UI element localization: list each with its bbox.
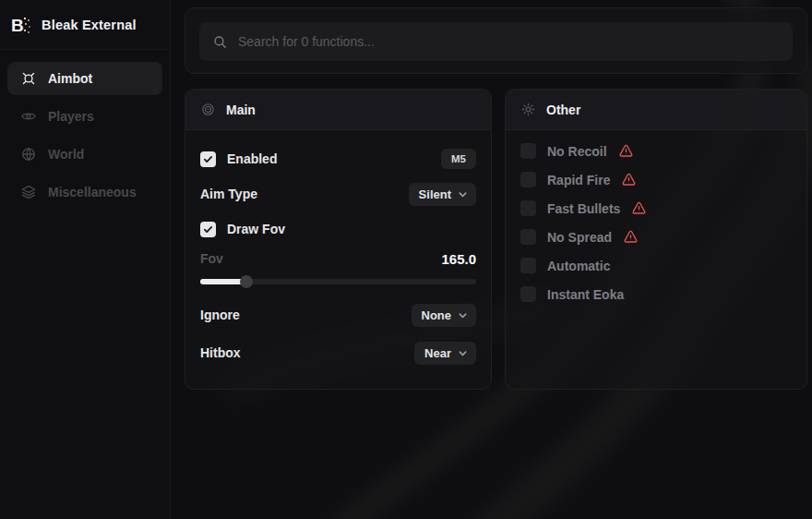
enabled-row: Enabled M5 xyxy=(200,147,476,171)
draw-fov-label: Draw Fov xyxy=(227,222,285,236)
sidebar-nav: Aimbot Players World xyxy=(0,50,170,209)
feature-label: Instant Eoka xyxy=(547,287,624,302)
gear-icon xyxy=(520,102,536,117)
chevron-down-icon xyxy=(458,310,468,320)
ignore-value: None xyxy=(422,308,452,322)
hitbox-label: Hitbox xyxy=(200,345,241,360)
sidebar-item-miscellaneous[interactable]: Miscellaneous xyxy=(7,175,162,209)
enabled-checkbox[interactable] xyxy=(200,151,216,167)
warning-icon xyxy=(623,229,639,245)
aim-type-label: Aim Type xyxy=(200,187,257,201)
feature-checkbox[interactable] xyxy=(520,172,536,187)
hitbox-row: Hitbox Near xyxy=(200,341,476,365)
panel-other: Other No Recoil Rapid Fire Fast Bullets xyxy=(505,89,807,390)
fov-slider-thumb[interactable] xyxy=(240,275,253,288)
layers-icon xyxy=(20,184,37,200)
panel-title: Main xyxy=(226,103,256,117)
target-icon xyxy=(200,102,216,117)
crosshair-icon xyxy=(20,70,37,87)
panel-title: Other xyxy=(546,103,580,117)
sidebar-item-label: Players xyxy=(48,109,94,124)
app-logo-icon: B xyxy=(9,14,33,36)
chevron-down-icon xyxy=(458,189,468,199)
enabled-label: Enabled xyxy=(227,151,277,166)
chevron-down-icon xyxy=(458,348,468,358)
eye-icon xyxy=(20,108,37,125)
logo-row: B Bleak External xyxy=(0,0,170,50)
other-feature-row: No Spread xyxy=(520,229,792,245)
sidebar-item-label: Miscellaneous xyxy=(48,185,137,199)
other-feature-row: No Recoil xyxy=(520,143,792,159)
hitbox-dropdown[interactable]: Near xyxy=(414,342,476,365)
sidebar-item-label: World xyxy=(48,147,84,162)
panel-main-body: Enabled M5 Aim Type Silent xyxy=(185,130,491,378)
svg-text:B: B xyxy=(11,16,24,35)
feature-checkbox[interactable] xyxy=(520,200,536,216)
draw-fov-checkbox[interactable] xyxy=(200,222,216,237)
draw-fov-row: Draw Fov xyxy=(200,217,476,241)
feature-label: No Spread xyxy=(547,230,612,245)
ignore-dropdown[interactable]: None xyxy=(412,304,477,327)
other-feature-row: Automatic xyxy=(520,258,792,273)
sidebar: B Bleak External xyxy=(0,0,171,519)
aim-type-dropdown[interactable]: Silent xyxy=(409,183,476,206)
other-feature-row: Fast Bullets xyxy=(520,200,792,216)
other-feature-row: Instant Eoka xyxy=(520,286,792,302)
feature-checkbox[interactable] xyxy=(520,258,536,273)
ignore-row: Ignore None xyxy=(200,303,476,327)
fov-value-row: Fov 165.0 xyxy=(200,249,476,268)
sidebar-item-aimbot[interactable]: Aimbot xyxy=(7,62,162,95)
panel-other-header: Other xyxy=(506,90,806,130)
app-window: B Bleak External xyxy=(0,0,812,519)
feature-label: No Recoil xyxy=(547,144,607,159)
fov-value: 165.0 xyxy=(441,251,476,267)
sidebar-item-players[interactable]: Players xyxy=(7,100,162,133)
aim-type-row: Aim Type Silent xyxy=(200,182,476,206)
globe-icon xyxy=(20,146,37,163)
fov-slider-row xyxy=(200,275,476,288)
warning-icon xyxy=(621,172,637,187)
search-input[interactable] xyxy=(238,34,780,49)
feature-label: Rapid Fire xyxy=(547,173,610,187)
aim-type-value: Silent xyxy=(419,187,451,201)
feature-label: Automatic xyxy=(547,259,610,273)
feature-checkbox[interactable] xyxy=(520,229,536,245)
sidebar-item-world[interactable]: World xyxy=(7,138,162,171)
app-title: Bleak External xyxy=(42,18,137,32)
keybind-button[interactable]: M5 xyxy=(441,149,476,169)
search-box[interactable] xyxy=(199,22,793,61)
content-area: Main Enabled M5 Aim Type xyxy=(171,0,812,519)
feature-checkbox[interactable] xyxy=(520,286,536,302)
ignore-label: Ignore xyxy=(200,308,240,322)
panel-main: Main Enabled M5 Aim Type xyxy=(185,89,492,390)
hitbox-value: Near xyxy=(424,346,451,360)
fov-slider[interactable] xyxy=(200,279,476,284)
search-icon xyxy=(212,34,228,50)
sidebar-item-label: Aimbot xyxy=(48,71,92,86)
warning-icon xyxy=(618,143,634,159)
other-feature-row: Rapid Fire xyxy=(520,172,792,187)
feature-label: Fast Bullets xyxy=(547,201,620,216)
search-panel xyxy=(185,7,807,74)
panel-other-body: No Recoil Rapid Fire Fast Bullets xyxy=(506,130,806,328)
warning-icon xyxy=(631,200,647,216)
panel-main-header: Main xyxy=(185,90,491,130)
feature-checkbox[interactable] xyxy=(520,143,536,159)
panels-row: Main Enabled M5 Aim Type xyxy=(185,89,807,390)
fov-label: Fov xyxy=(200,251,223,266)
